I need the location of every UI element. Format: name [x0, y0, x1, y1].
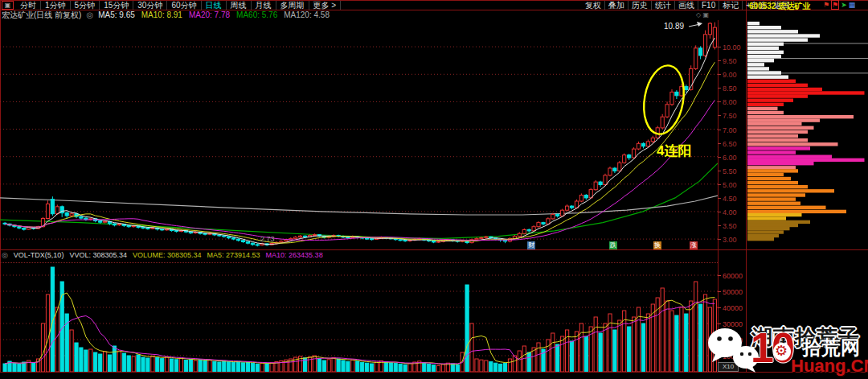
toolbar-button-6[interactable]: 标记 — [719, 1, 743, 10]
price-tick-label: 8.00 — [723, 98, 737, 106]
volume-bar — [208, 360, 211, 372]
volume-bar — [179, 358, 182, 372]
event-badge-涨[interactable]: 涨 — [690, 241, 698, 249]
volume-bar — [375, 362, 378, 372]
period-tab-7[interactable]: 周线 — [227, 1, 252, 10]
price-tick-dash — [718, 115, 721, 116]
chip-band — [747, 193, 805, 196]
candle-body — [218, 235, 221, 236]
price-tick-dash — [718, 157, 721, 158]
volume-bar — [151, 356, 154, 372]
volume-bar — [436, 365, 440, 372]
candle-body — [608, 168, 612, 175]
price-tick-label: 9.50 — [723, 57, 737, 65]
chip-band — [747, 202, 800, 205]
candlestick-chart[interactable] — [0, 20, 718, 248]
volume-chart[interactable] — [0, 262, 718, 372]
toolbar-button-1[interactable]: 叠加 — [605, 1, 628, 10]
volume-bar — [189, 359, 192, 372]
volume-bar — [575, 332, 578, 372]
volume-bar — [13, 364, 16, 372]
volume-bar — [480, 360, 483, 372]
window-icon[interactable]: ▣ — [2, 1, 14, 10]
toolbar-button-3[interactable]: 统计 — [652, 1, 675, 10]
volume-bar — [227, 362, 231, 372]
volume-bar — [137, 355, 140, 372]
mini-window-icons[interactable]: ◇ ▣ — [696, 11, 709, 19]
chip-band — [747, 197, 796, 200]
volume-dot-icon[interactable]: ◎ — [2, 251, 8, 259]
candle-body — [189, 232, 192, 233]
volume-bar — [551, 333, 555, 372]
price-tick-dash — [718, 130, 721, 130]
candle-body — [84, 218, 88, 220]
ma-label-4: MA120: 4.58 — [284, 10, 330, 19]
volume-bar — [613, 330, 616, 372]
chip-band — [747, 234, 779, 237]
candle-body — [651, 138, 654, 141]
candle-body — [699, 48, 702, 56]
volume-bar — [332, 357, 335, 372]
chip-band — [747, 169, 798, 172]
period-tab-10[interactable]: 更多 > — [309, 1, 342, 10]
toolbar-button-2[interactable]: 历史 — [628, 1, 652, 10]
corner-icons: ⚑⚑➤▦ — [823, 0, 855, 10]
chip-band — [747, 130, 808, 134]
volume-bar — [3, 364, 6, 372]
event-badge-财[interactable]: 财 — [527, 241, 535, 249]
volume-bar — [75, 343, 78, 372]
volume-bar — [265, 364, 268, 372]
price-tick-label: 3.00 — [723, 236, 737, 244]
candle-body — [304, 236, 307, 237]
volume-bar — [366, 363, 369, 372]
flag-icon-red[interactable]: ⚑ — [823, 1, 829, 9]
volume-bar — [456, 365, 459, 372]
arrow-icon-green[interactable]: ➤ — [841, 1, 847, 9]
chip-band — [747, 162, 814, 165]
candle-body — [646, 142, 649, 146]
period-tab-6[interactable]: 日线 — [202, 1, 227, 10]
event-badge-换[interactable]: 换 — [653, 241, 661, 249]
candle-body — [613, 168, 616, 171]
event-badge-跌[interactable]: 跌 — [609, 241, 617, 249]
price-tick-label: 7.00 — [723, 126, 737, 134]
price-tick-dash — [718, 198, 721, 199]
candle-body — [117, 225, 121, 225]
candle-body — [203, 233, 207, 234]
price-tick-dash — [718, 212, 721, 212]
volume-bar — [675, 315, 678, 372]
period-tab-2[interactable]: 5分钟 — [71, 1, 100, 10]
volume-bar — [527, 352, 530, 372]
chip-band — [747, 80, 796, 83]
volume-bar — [84, 350, 88, 372]
period-tab-5[interactable]: 60分钟 — [167, 1, 201, 10]
period-tab-0[interactable]: 分时 — [16, 1, 41, 10]
candle-body — [174, 231, 178, 232]
period-tab-3[interactable]: 15分钟 — [100, 1, 133, 10]
grid-icon-blue[interactable]: ▦ — [849, 1, 856, 9]
price-tick-label: 3.50 — [723, 222, 737, 230]
volume-bar — [55, 307, 59, 372]
candle-body — [241, 241, 244, 242]
volume-bar — [641, 323, 645, 372]
period-tab-9[interactable]: 多周期 — [276, 1, 309, 10]
volume-bar — [166, 357, 169, 372]
period-tab-1[interactable]: 1分钟 — [41, 1, 71, 10]
volume-legend-item-0: VOL-TDX(5,10) — [14, 251, 64, 259]
volume-bar — [232, 362, 235, 372]
period-tab-4[interactable]: 30分钟 — [133, 1, 167, 10]
toolbar-button-4[interactable]: 画线 — [675, 1, 698, 10]
indicator-dot-icon[interactable]: ◎ — [86, 10, 93, 19]
toolbar-button-0[interactable]: 复权 — [582, 1, 605, 10]
chip-band — [747, 26, 781, 29]
candle-body — [313, 235, 316, 236]
toolbar-button-5[interactable]: F10 — [698, 1, 719, 10]
volume-bar — [32, 363, 35, 372]
candle-body — [661, 117, 664, 128]
period-tab-8[interactable]: 月线 — [252, 1, 276, 10]
chip-band — [747, 237, 774, 241]
ma-label-3: MA60: 5.76 — [236, 10, 277, 19]
flag-icon-boxed[interactable]: ⚑ — [831, 0, 839, 10]
chip-band — [747, 38, 808, 41]
chip-band — [747, 122, 802, 126]
